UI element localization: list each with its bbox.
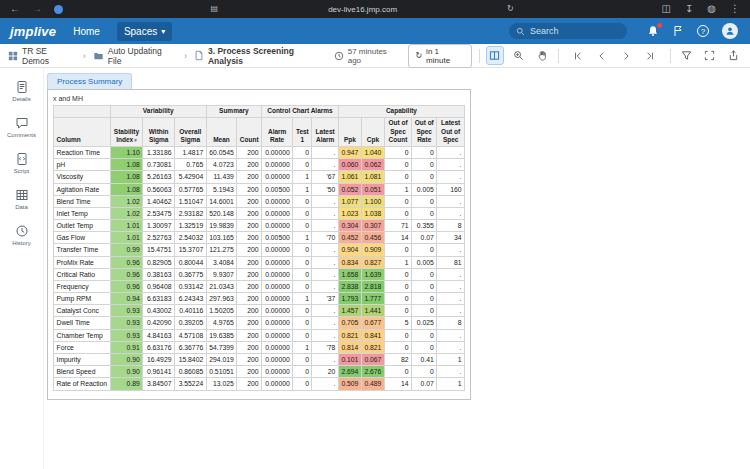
value-cell[interactable]: 0 <box>412 171 437 183</box>
value-cell[interactable]: 0 <box>384 293 411 305</box>
value-cell[interactable]: 0.814 <box>338 341 361 353</box>
value-cell[interactable]: 0 <box>293 244 312 256</box>
value-cell[interactable]: 0.90 <box>110 353 143 365</box>
value-cell[interactable]: 0.00000 <box>262 256 293 268</box>
value-cell[interactable]: 1.02 <box>110 195 143 207</box>
value-cell[interactable]: . <box>312 305 338 317</box>
value-cell[interactable]: . <box>312 378 338 390</box>
value-cell[interactable]: 0.00000 <box>262 220 293 232</box>
value-cell[interactable]: 0.07 <box>412 378 437 390</box>
value-cell[interactable]: 15.3707 <box>174 244 206 256</box>
value-cell[interactable]: 0 <box>384 147 411 159</box>
value-cell[interactable]: 0 <box>293 195 312 207</box>
forward-icon[interactable]: → <box>32 4 42 14</box>
value-cell[interactable]: 0 <box>412 159 437 171</box>
value-cell[interactable]: 3.55224 <box>174 378 206 390</box>
breadcrumb-folder[interactable]: Auto Updating File <box>108 46 177 66</box>
help-icon[interactable]: ? <box>697 25 709 37</box>
value-cell[interactable]: 200 <box>237 195 262 207</box>
value-cell[interactable]: 0.93 <box>110 317 143 329</box>
value-cell[interactable]: 1 <box>293 293 312 305</box>
value-cell[interactable]: 0.060 <box>338 159 361 171</box>
value-cell[interactable]: 0.96 <box>110 268 143 280</box>
value-cell[interactable]: 0 <box>384 366 411 378</box>
process-name-cell[interactable]: Critical Ratio <box>54 268 111 280</box>
jmp-live-logo[interactable]: jmplive <box>10 24 56 39</box>
column-header-stability-index[interactable]: Stability Index▾ <box>110 117 143 146</box>
value-cell[interactable]: 9.9307 <box>206 268 237 280</box>
column-header-overall-sigma[interactable]: Overall Sigma <box>174 117 206 146</box>
value-cell[interactable]: 0.82905 <box>143 256 175 268</box>
refresh-countdown-button[interactable]: ↻ in 1 minute <box>408 44 471 68</box>
value-cell[interactable]: 0.07 <box>412 232 437 244</box>
value-cell[interactable]: 297.963 <box>206 293 237 305</box>
value-cell[interactable]: 11.439 <box>206 171 237 183</box>
value-cell[interactable]: 0 <box>384 305 411 317</box>
value-cell[interactable]: 1.658 <box>338 268 361 280</box>
value-cell[interactable]: 1.793 <box>338 293 361 305</box>
value-cell[interactable]: 0.489 <box>361 378 384 390</box>
value-cell[interactable]: 0 <box>293 378 312 390</box>
process-name-cell[interactable]: Dwell Time <box>54 317 111 329</box>
value-cell[interactable]: 0 <box>293 353 312 365</box>
value-cell[interactable]: 60.0545 <box>206 147 237 159</box>
value-cell[interactable]: 0 <box>384 268 411 280</box>
value-cell[interactable]: 1.4817 <box>174 147 206 159</box>
value-cell[interactable]: 0.90 <box>110 366 143 378</box>
column-header-out-of-spec-rate[interactable]: Out of Spec Rate <box>412 117 437 146</box>
value-cell[interactable]: 0.73081 <box>143 159 175 171</box>
value-cell[interactable]: 0.005 <box>412 183 437 195</box>
value-cell[interactable]: 200 <box>237 183 262 195</box>
value-cell[interactable]: 0.025 <box>412 317 437 329</box>
column-header-cpk[interactable]: Cpk <box>361 117 384 146</box>
value-cell[interactable]: 0.509 <box>338 378 361 390</box>
value-cell[interactable]: . <box>312 147 338 159</box>
value-cell[interactable]: 0.00000 <box>262 341 293 353</box>
value-cell[interactable]: . <box>437 341 465 353</box>
value-cell[interactable]: 5.1943 <box>206 183 237 195</box>
value-cell[interactable]: 1 <box>293 341 312 353</box>
value-cell[interactable]: 0.96 <box>110 256 143 268</box>
value-cell[interactable]: 0 <box>384 207 411 219</box>
value-cell[interactable]: 1.50205 <box>206 305 237 317</box>
zoom-tool[interactable] <box>510 47 527 64</box>
value-cell[interactable]: 0.062 <box>361 159 384 171</box>
value-cell[interactable]: 0.821 <box>338 329 361 341</box>
value-cell[interactable]: 0.00000 <box>262 329 293 341</box>
process-name-cell[interactable]: Impurity <box>54 353 111 365</box>
value-cell[interactable]: 0.00000 <box>262 195 293 207</box>
value-cell[interactable]: 2.93182 <box>174 207 206 219</box>
browser-menu-icon[interactable]: ⋮ <box>730 4 740 14</box>
value-cell[interactable]: 0 <box>384 341 411 353</box>
value-cell[interactable]: 0.00000 <box>262 317 293 329</box>
value-cell[interactable]: 200 <box>237 232 262 244</box>
value-cell[interactable]: 6.24343 <box>174 293 206 305</box>
value-cell[interactable]: 0.42090 <box>143 317 175 329</box>
value-cell[interactable]: 0.005 <box>412 256 437 268</box>
value-cell[interactable]: . <box>312 329 338 341</box>
column-header-within-sigma[interactable]: Within Sigma <box>143 117 175 146</box>
value-cell[interactable]: 1.33186 <box>143 147 175 159</box>
column-header-latest-out-of-spec[interactable]: Latest Out of Spec <box>437 117 465 146</box>
sidebar-item-details[interactable]: Details <box>0 80 43 102</box>
value-cell[interactable]: 0.904 <box>338 244 361 256</box>
column-header-test-1[interactable]: Test 1 <box>293 117 312 146</box>
process-name-cell[interactable]: Outlet Temp <box>54 220 111 232</box>
value-cell[interactable]: '37 <box>312 293 338 305</box>
column-header-mean[interactable]: Mean <box>206 117 237 146</box>
value-cell[interactable]: 1 <box>293 171 312 183</box>
value-cell[interactable]: 0.452 <box>338 232 361 244</box>
value-cell[interactable]: 200 <box>237 220 262 232</box>
value-cell[interactable]: 200 <box>237 341 262 353</box>
value-cell[interactable]: '70 <box>312 232 338 244</box>
value-cell[interactable]: 200 <box>237 244 262 256</box>
process-name-cell[interactable]: Rate of Reaction <box>54 378 111 390</box>
value-cell[interactable]: '78 <box>312 341 338 353</box>
value-cell[interactable]: 0 <box>293 256 312 268</box>
value-cell[interactable]: 4.57108 <box>174 329 206 341</box>
value-cell[interactable]: . <box>312 256 338 268</box>
value-cell[interactable]: 0.38163 <box>143 268 175 280</box>
column-header-column[interactable]: Column <box>54 117 111 146</box>
process-name-cell[interactable]: Blend Speed <box>54 366 111 378</box>
value-cell[interactable]: 1 <box>437 353 465 365</box>
